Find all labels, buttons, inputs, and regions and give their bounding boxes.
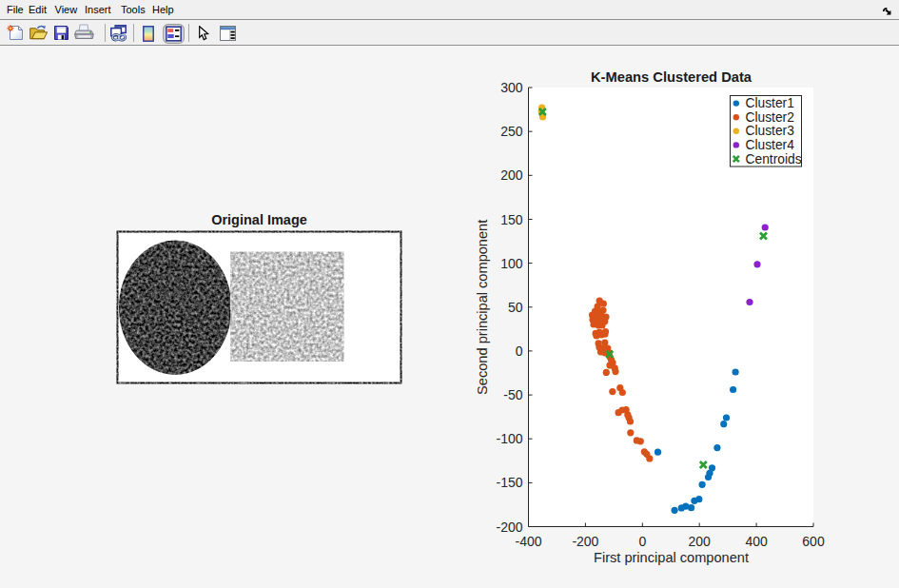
svg-text:First principal component: First principal component — [594, 550, 749, 565]
svg-text:200: 200 — [689, 534, 712, 549]
svg-text:300: 300 — [500, 80, 523, 95]
svg-text:200: 200 — [500, 167, 523, 183]
svg-text:-100: -100 — [496, 431, 522, 446]
svg-text:-150: -150 — [496, 475, 522, 490]
svg-text:Second principal component: Second principal component — [475, 220, 490, 395]
svg-text:Cluster3: Cluster3 — [746, 124, 795, 138]
svg-text:Cluster4: Cluster4 — [746, 138, 795, 152]
svg-text:400: 400 — [745, 534, 768, 549]
svg-text:150: 150 — [500, 212, 523, 227]
svg-text:0: 0 — [516, 343, 523, 359]
svg-text:-400: -400 — [515, 534, 541, 549]
svg-text:250: 250 — [500, 124, 523, 139]
svg-text:Cluster1: Cluster1 — [746, 96, 794, 110]
svg-text:0: 0 — [638, 534, 646, 549]
svg-text:50: 50 — [508, 300, 523, 315]
svg-text:100: 100 — [500, 256, 523, 271]
svg-text:-200: -200 — [572, 534, 598, 549]
svg-text:600: 600 — [802, 534, 825, 549]
svg-text:-200: -200 — [496, 519, 522, 535]
svg-text:Centroids: Centroids — [746, 152, 802, 167]
svg-text:-50: -50 — [503, 387, 522, 402]
svg-text:K-Means Clustered Data: K-Means Clustered Data — [591, 69, 752, 85]
svg-text:Cluster2: Cluster2 — [746, 110, 794, 125]
